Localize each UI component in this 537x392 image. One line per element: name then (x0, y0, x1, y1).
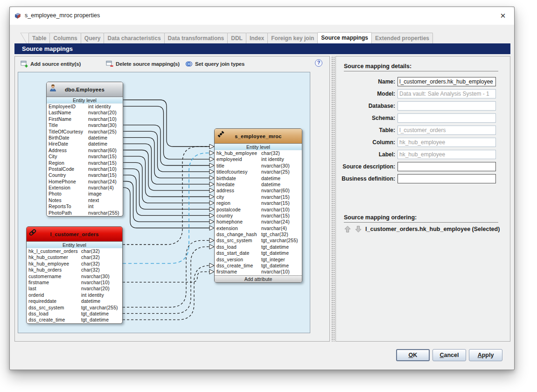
column-row[interactable]: hk_hub_orderschar(32) (27, 267, 122, 273)
tab-source-mappings[interactable]: Source mappings (317, 32, 372, 43)
entity-table-dbo-employees[interactable]: dbo.EmployeesEntity levelEmployeeIDint i… (46, 82, 123, 217)
column-row[interactable]: Notesntext (47, 197, 123, 203)
tab-table[interactable]: Table (28, 33, 50, 43)
tab-foreign-key-join[interactable]: Foreign key join (267, 33, 318, 43)
field-input-column- (398, 138, 496, 147)
column-row[interactable]: EmployeeIDint identity (47, 104, 123, 110)
entity-table-l-customer-orders[interactable]: l_customer_ordersEntity levelhk_l_custom… (26, 226, 123, 324)
tab-query[interactable]: Query (81, 33, 105, 43)
column-row[interactable]: PhotoPathnvarchar(255) (47, 210, 123, 216)
mapping-connector-arrow (209, 169, 214, 174)
column-row[interactable]: BirthDatedatetime (47, 135, 123, 141)
apply-button[interactable]: Apply (469, 349, 502, 361)
column-row[interactable]: regionnvarchar(15) (215, 200, 302, 206)
column-row[interactable]: dss_src_systemtgt_varchar(255) (215, 238, 302, 244)
column-row[interactable]: Extensionnvarchar(4) (47, 185, 123, 191)
column-row[interactable]: Photoimage (47, 191, 123, 197)
column-row[interactable]: hiredatedatetime (215, 182, 302, 188)
ok-button[interactable]: OK (396, 349, 430, 361)
tab-data-transformations[interactable]: Data transformations (164, 33, 228, 43)
field-input-database- (398, 101, 496, 111)
column-row[interactable]: dss_change_hashtgt_char(32) (215, 231, 302, 238)
move-up-button[interactable] (344, 225, 351, 233)
move-down-button[interactable] (355, 225, 362, 233)
column-row[interactable]: PostalCodenvarchar(10) (47, 166, 123, 172)
column-row[interactable]: lastnvarchar(20) (27, 286, 122, 292)
column-row[interactable]: HireDatedatetime (47, 141, 123, 147)
column-row[interactable]: titleofcourtesynvarchar(25) (215, 169, 302, 175)
column-row[interactable]: Countrynvarchar(15) (47, 172, 123, 178)
column-row[interactable]: titlenvarchar(30) (215, 163, 302, 169)
close-button[interactable]: ✕ (498, 11, 508, 21)
set-query-join-types-button[interactable]: Set query join types (185, 60, 244, 68)
column-row[interactable]: dss_versiontgt_integer (215, 257, 302, 263)
field-input-source-description-[interactable] (398, 162, 496, 171)
column-type: char(32) (261, 150, 280, 156)
column-row[interactable]: hk_hub_employeechar(32) (27, 261, 122, 267)
column-type: nvarchar(20) (88, 110, 117, 116)
column-row[interactable]: dss_create_timetgt_datetime (27, 317, 122, 323)
add-attribute-button[interactable]: Add attribute (215, 275, 302, 282)
entity-level-row[interactable]: Entity level (27, 242, 122, 248)
column-row[interactable]: TitleOfCourtesynvarchar(25) (47, 129, 123, 135)
mapping-connector-arrow (209, 144, 214, 149)
entity-level-row[interactable]: Entity level (215, 144, 302, 150)
ordering-item-label[interactable]: l_customer_orders.hk_hub_employee (Selec… (365, 226, 500, 232)
entity-table-s-employee-mroc[interactable]: s_employee_mrocEntity levelhk_hub_employ… (214, 128, 302, 283)
column-row[interactable]: postalcodenvarchar(10) (215, 207, 302, 213)
column-row[interactable]: countrynvarchar(15) (215, 213, 302, 219)
field-row: Name: (336, 77, 496, 86)
panel-splitter[interactable] (331, 56, 335, 342)
cancel-button[interactable]: Cancel (432, 349, 466, 361)
field-row: Schema: (336, 113, 496, 123)
column-row[interactable]: requireddatedatetime (27, 298, 122, 304)
tab-data-characteristics[interactable]: Data characteristics (104, 33, 164, 43)
table-header[interactable]: s_employee_mroc (215, 129, 302, 144)
person-icon (49, 84, 57, 92)
column-row[interactable]: dss_src_systemtgt_varchar(255) (27, 305, 122, 311)
column-row[interactable]: firstnamenvarchar(10) (215, 269, 302, 275)
column-row[interactable]: Regionnvarchar(15) (47, 160, 123, 166)
column-row[interactable]: dss_loadtgt_datetime (215, 244, 302, 250)
column-row[interactable]: Titlenvarchar(30) (47, 122, 123, 128)
column-row[interactable]: dss_start_datetgt_datetime (215, 250, 302, 256)
mapping-canvas[interactable]: dbo.EmployeesEntity levelEmployeeIDint i… (18, 72, 310, 333)
field-input-name-[interactable] (398, 77, 496, 86)
column-name: PhotoPath (49, 210, 72, 216)
column-row[interactable]: hk_hub_employeechar(32) (215, 150, 302, 156)
column-row[interactable]: homephonenvarchar(24) (215, 219, 302, 225)
column-row[interactable]: citynvarchar(15) (215, 194, 302, 200)
column-name: TitleOfCourtesy (49, 129, 83, 135)
tab-ddl[interactable]: DDL (227, 33, 246, 43)
add-source-entity-button[interactable]: Add source entity(s) (21, 60, 81, 68)
column-row[interactable]: Citynvarchar(15) (47, 154, 123, 160)
table-header[interactable]: dbo.Employees (47, 82, 123, 97)
column-row[interactable]: Addressnvarchar(60) (47, 147, 123, 154)
column-type: datetime (261, 182, 280, 188)
column-row[interactable]: addressnvarchar(60) (215, 188, 302, 194)
column-row[interactable]: hk_hub_customerchar(32) (27, 254, 122, 260)
column-row[interactable]: dss_loadtgt_datetime (27, 311, 122, 317)
column-row[interactable]: customernamenvarchar(30) (27, 273, 122, 280)
column-row[interactable]: extensionnvarchar(4) (215, 225, 302, 231)
column-row[interactable]: birthdatedatetime (215, 175, 302, 182)
help-button[interactable]: ? (315, 59, 322, 67)
column-row[interactable]: hk_l_customer_orderschar(32) (27, 248, 122, 254)
tab-extended-properties[interactable]: Extended properties (371, 33, 433, 43)
column-row[interactable]: firstnamenvarchar(10) (27, 280, 122, 286)
ordering-heading: Source mapping ordering: (344, 214, 498, 223)
field-input-business-definition-[interactable] (398, 174, 496, 183)
column-row[interactable]: LastNamenvarchar(20) (47, 110, 123, 116)
column-row[interactable]: orderidint identity (27, 292, 122, 298)
entity-level-row[interactable]: Entity level (47, 97, 123, 104)
column-row[interactable]: FirstNamenvarchar(10) (47, 116, 123, 122)
tab-columns[interactable]: Columns (49, 33, 81, 43)
column-row[interactable]: ReportsToint (47, 203, 123, 210)
column-row[interactable]: HomePhonenvarchar(24) (47, 179, 123, 185)
tab-index[interactable]: Index (246, 33, 268, 43)
column-row[interactable]: employeeidint identity (215, 156, 302, 162)
mapping-connector-arrow (209, 219, 214, 224)
delete-source-mapping-button[interactable]: Delete source mapping(s) (106, 60, 180, 68)
column-row[interactable]: dss_create_timetgt_datetime (215, 263, 302, 269)
table-header[interactable]: l_customer_orders (27, 227, 122, 242)
